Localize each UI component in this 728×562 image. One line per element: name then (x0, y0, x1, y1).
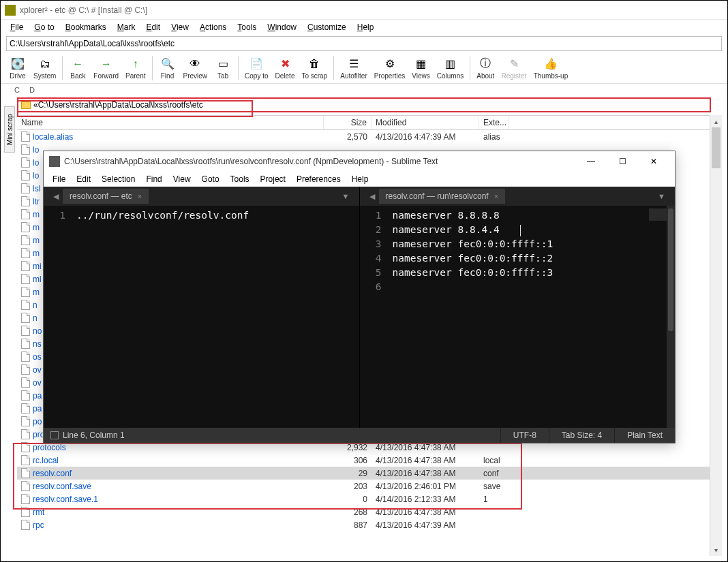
preview-button[interactable]: 👁Preview (181, 55, 211, 81)
menu-item[interactable]: Find (141, 173, 166, 185)
app-icon (5, 5, 16, 16)
status-syntax[interactable]: Plain Text (614, 428, 675, 443)
file-icon (21, 222, 30, 232)
menu-item[interactable]: Edit (72, 173, 95, 185)
back-button[interactable]: ←Back (66, 55, 89, 81)
system-button[interactable]: 🗂System (31, 55, 59, 81)
minimap[interactable] (649, 208, 667, 221)
file-name: m (33, 223, 40, 232)
menu-item[interactable]: Help (347, 173, 374, 185)
scrollbar-thumb[interactable] (668, 208, 673, 331)
status-icon[interactable] (50, 431, 59, 439)
file-list[interactable]: locale.alias2,5704/13/2016 4:47:39 AMali… (17, 130, 722, 143)
close-icon[interactable]: × (138, 192, 142, 200)
menu-item[interactable]: File (48, 173, 70, 185)
drive-d[interactable]: D (29, 86, 35, 94)
close-button[interactable]: ✕ (638, 152, 669, 171)
menu-item[interactable]: Preferences (292, 173, 346, 185)
to-scrap-button[interactable]: 🗑To scrap (299, 55, 330, 81)
drive-strip[interactable]: CD (1, 84, 727, 96)
properties-button[interactable]: ⚙Properties (371, 55, 408, 81)
cell-mod: 4/13/2016 4:47:38 AM (371, 469, 479, 478)
tab-resolv-run[interactable]: resolv.conf — run\resolvconf × (379, 189, 506, 204)
tab-resolv-etc[interactable]: resolv.conf — etc × (63, 189, 149, 204)
menubar[interactable]: FileGo toBookmarksMarkEditViewActionsToo… (1, 20, 727, 35)
code-area[interactable]: ../run/resolvconf/resolv.conf (72, 206, 359, 428)
file-row[interactable]: resolv.conf294/13/2016 4:47:38 AMconf (17, 467, 722, 480)
about-button[interactable]: ⓘAbout (474, 55, 497, 81)
menu-item[interactable]: View (168, 173, 196, 185)
menu-item[interactable]: Project (256, 173, 290, 185)
scrollbar-vertical[interactable]: ▴ ▾ (710, 115, 722, 556)
file-row[interactable]: resolv.conf.save.104/14/2016 2:12:33 AM1 (17, 493, 722, 505)
tab-overflow-icon[interactable]: ▼ (654, 192, 669, 200)
file-row[interactable]: rc.local3064/13/2016 4:47:38 AMlocal (17, 454, 722, 467)
tool-label: Views (412, 72, 430, 80)
parent-button[interactable]: ↑Parent (123, 55, 148, 81)
menu-item[interactable]: Tools (226, 173, 254, 185)
file-row[interactable]: rmt2684/13/2016 4:47:38 AM (17, 505, 722, 518)
delete-button[interactable]: ✖Delete (273, 55, 298, 81)
columns-button[interactable]: ▥Columns (434, 55, 466, 81)
menu-item[interactable]: Edit (142, 21, 164, 33)
menu-item[interactable]: Tools (233, 21, 260, 33)
tab-scroll-left-icon[interactable]: ◀ (49, 192, 63, 201)
mini-scrap-tab[interactable]: Mini scrap (4, 106, 15, 153)
sublime-menubar[interactable]: FileEditSelectionFindViewGotoToolsProjec… (44, 172, 675, 187)
scrollbar-thumb[interactable] (712, 127, 721, 168)
register-button[interactable]: ✎Register (498, 55, 529, 81)
close-icon[interactable]: × (494, 192, 498, 200)
thumbs-up-icon: 👍 (543, 57, 558, 72)
thumbs-up-button[interactable]: 👍Thumbs-up (531, 55, 571, 81)
col-name[interactable]: Name (17, 116, 324, 129)
code-area[interactable]: nameserver 8.8.8.8nameserver 8.8.4.4name… (389, 206, 676, 428)
drive-c[interactable]: C (14, 86, 20, 94)
path-bar[interactable]: C:\Users\rstrahl\AppData\Local\lxss\root… (6, 36, 722, 51)
breadcrumb[interactable]: «C:\Users\rstrahl\AppData\Local\lxss\roo… (17, 97, 711, 112)
forward-button[interactable]: →Forward (91, 55, 121, 81)
autofilter-button[interactable]: ☰Autofilter (337, 55, 369, 81)
scroll-up-icon[interactable]: ▴ (710, 115, 722, 127)
menu-item[interactable]: Actions (196, 21, 230, 33)
drive-button[interactable]: 💽Drive (6, 55, 29, 81)
editor-left[interactable]: 1 ../run/resolvconf/resolv.conf (44, 206, 359, 428)
menu-item[interactable]: Help (353, 21, 378, 33)
menu-item[interactable]: Window (263, 21, 301, 33)
views-button[interactable]: ▦Views (409, 55, 433, 81)
col-size[interactable]: Size (324, 116, 371, 129)
file-row[interactable]: rpc8874/13/2016 4:47:39 AM (17, 518, 722, 531)
file-row[interactable]: locale.alias2,5704/13/2016 4:47:39 AMali… (17, 130, 722, 143)
status-tabsize[interactable]: Tab Size: 4 (549, 428, 614, 443)
scrollbar-vertical[interactable] (667, 206, 675, 428)
maximize-button[interactable]: ☐ (607, 152, 638, 171)
sublime-title: C:\Users\rstrahl\AppData\Local\lxss\root… (64, 157, 575, 166)
editor-right[interactable]: 123456 nameserver 8.8.8.8nameserver 8.8.… (360, 206, 676, 428)
minimize-button[interactable]: — (575, 152, 607, 171)
tool-label: Back (70, 72, 85, 80)
find-button[interactable]: 🔍Find (156, 55, 179, 81)
tab-button[interactable]: ▭Tab (211, 55, 234, 81)
menu-item[interactable]: Goto (197, 173, 224, 185)
properties-icon: ⚙ (382, 57, 397, 72)
file-icon (21, 364, 30, 375)
tab-overflow-icon[interactable]: ▼ (338, 192, 354, 200)
menu-item[interactable]: Bookmarks (61, 21, 110, 33)
menu-item[interactable]: Customize (303, 21, 350, 33)
menu-item[interactable]: Go to (30, 21, 58, 33)
menu-item[interactable]: Mark (113, 21, 140, 33)
col-ext[interactable]: Exte... (479, 116, 509, 129)
column-headers[interactable]: Name Size Modified Exte... (17, 115, 722, 130)
menu-item[interactable]: File (6, 21, 27, 33)
menu-item[interactable]: View (167, 21, 193, 33)
status-position[interactable]: Line 6, Column 1 (63, 431, 125, 440)
menu-item[interactable]: Selection (97, 173, 140, 185)
tab-scroll-left-icon[interactable]: ◀ (365, 192, 379, 201)
col-modified[interactable]: Modified (371, 116, 479, 129)
tab-bar[interactable]: ◀ resolv.conf — etc × ▼ (44, 187, 359, 206)
scroll-down-icon[interactable]: ▾ (710, 544, 722, 556)
copy-to-button[interactable]: 📄Copy to (242, 55, 271, 81)
file-name: lsl (33, 184, 40, 193)
tab-bar[interactable]: ◀ resolv.conf — run\resolvconf × ▼ (360, 187, 676, 206)
file-row[interactable]: resolv.conf.save2034/13/2016 2:46:01 PMs… (17, 480, 722, 493)
status-encoding[interactable]: UTF-8 (500, 428, 549, 443)
